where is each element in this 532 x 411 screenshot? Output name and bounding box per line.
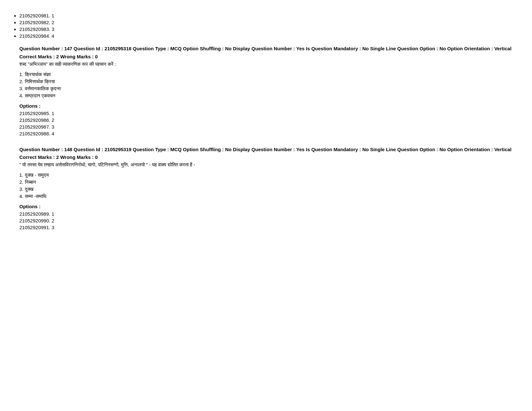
question-147-block: Question Number : 147 Question Id : 2105…	[19, 45, 513, 136]
question-148-options-label: Options :	[19, 204, 513, 209]
question-148-header: Question Number : 148 Question Id : 2105…	[19, 146, 513, 153]
image-option-147-2: 21052920986. 2	[19, 117, 513, 123]
question-148-text: " यो तस्सा येव तण्हाय असेसविरागनिरोधो, च…	[19, 162, 513, 168]
answer-option-148-1: 1. दुक्ख - समुदय	[19, 172, 513, 178]
question-148-answer-options: 1. दुक्ख - समुदय 2. निब्बान 3. दुक्ख 4. …	[19, 172, 513, 199]
question-148-block: Question Number : 148 Question Id : 2105…	[19, 146, 513, 230]
answer-option-148-2: 2. निब्बान	[19, 179, 513, 185]
answer-option-148-4: 4. सम्मा -समाधि	[19, 193, 513, 199]
top-options-list: 21052920981. 1 21052920982. 2 2105292098…	[19, 13, 513, 39]
question-147-answer-options: 1. क्रियार्थक संज्ञा 2. निमित्तार्थक क्र…	[19, 72, 513, 99]
answer-option-147-2: 2. निमित्तार्थक क्रिया	[19, 79, 513, 84]
image-option-147-4: 21052920988. 4	[19, 131, 513, 136]
question-148-image-options: 21052920989. 1 21052920990. 2 2105292099…	[19, 211, 513, 230]
image-option-148-2: 21052920990. 2	[19, 218, 513, 223]
top-option-1: 21052920981. 1	[19, 13, 513, 18]
answer-option-147-1: 1. क्रियार्थक संज्ञा	[19, 72, 513, 77]
top-option-2: 21052920982. 2	[19, 20, 513, 25]
answer-option-147-3: 3. वर्त्तमानकालिक कृदन्त	[19, 86, 513, 92]
question-147-text: शब्द "अभिञ्ञाय" का सही व्याकरणिक रूप की …	[19, 61, 513, 67]
top-option-4: 21052920984. 4	[19, 33, 513, 39]
question-147-options-label: Options :	[19, 103, 513, 109]
answer-option-148-3: 3. दुक्ख	[19, 186, 513, 192]
top-option-3: 21052920983. 3	[19, 26, 513, 32]
question-147-marks: Correct Marks : 2 Wrong Marks : 0	[19, 54, 513, 59]
question-147-header: Question Number : 147 Question Id : 2105…	[19, 45, 513, 53]
question-147-image-options: 21052920985. 1 21052920986. 2 2105292098…	[19, 111, 513, 136]
image-option-148-1: 21052920989. 1	[19, 211, 513, 217]
image-option-148-3: 21052920991. 3	[19, 225, 513, 230]
image-option-147-3: 21052920987. 3	[19, 124, 513, 130]
answer-option-147-4: 4. सम्प्रदान एकवचन	[19, 93, 513, 99]
image-option-147-1: 21052920985. 1	[19, 111, 513, 116]
question-148-marks: Correct Marks : 2 Wrong Marks : 0	[19, 154, 513, 160]
